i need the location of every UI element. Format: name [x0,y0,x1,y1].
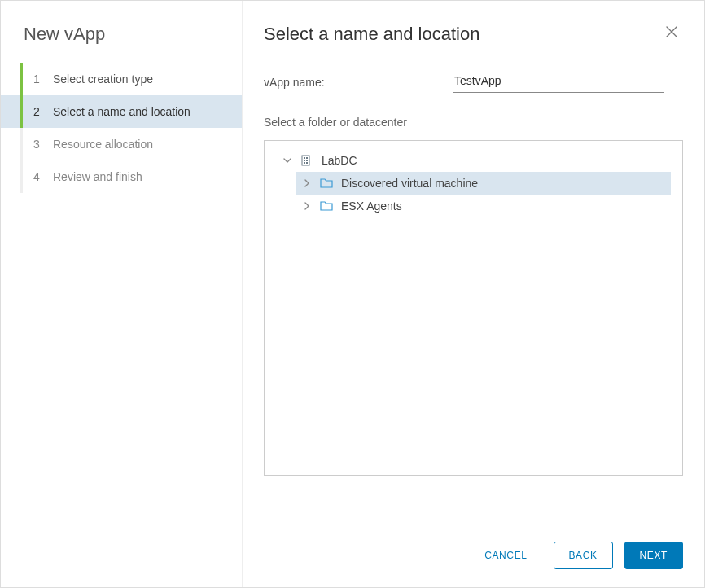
svg-rect-5 [304,162,305,164]
step-label: Review and finish [53,170,142,183]
folder-section-label: Select a folder or datacenter [264,116,683,129]
svg-rect-6 [306,162,308,164]
new-vapp-dialog: New vApp 1 Select creation type 2 Select… [0,0,705,588]
vapp-name-label: vApp name: [264,76,453,89]
wizard-title: New vApp [1,24,242,63]
svg-rect-1 [304,157,305,159]
step-number: 1 [33,72,45,86]
vapp-name-row: vApp name: [264,71,683,93]
wizard-steps: 1 Select creation type 2 Select a name a… [1,63,242,193]
step-resource-allocation[interactable]: 3 Resource allocation [1,128,242,160]
step-label: Select creation type [53,72,153,86]
close-icon[interactable] [660,24,683,42]
wizard-sidebar: New vApp 1 Select creation type 2 Select… [1,1,243,587]
folder-tree: LabDC Discovered virtual machine ESX A [264,140,683,476]
wizard-main-panel: Select a name and location vApp name: Se… [243,1,704,587]
chevron-down-icon[interactable] [282,156,292,165]
datacenter-icon [300,154,313,167]
svg-rect-2 [306,157,308,159]
tree-node-folder[interactable]: Discovered virtual machine [296,172,671,195]
step-select-name-location[interactable]: 2 Select a name and location [1,95,242,128]
chevron-right-icon[interactable] [302,202,312,210]
step-number: 4 [33,170,45,183]
wizard-footer: CANCEL BACK NEXT [264,527,683,569]
tree-node-label: LabDC [322,154,357,167]
back-button[interactable]: BACK [554,542,613,569]
svg-rect-3 [304,160,305,161]
folder-icon [320,200,333,213]
chevron-right-icon[interactable] [302,179,312,187]
tree-node-folder[interactable]: ESX Agents [296,195,671,217]
svg-rect-4 [306,160,308,161]
main-header: Select a name and location [264,24,683,45]
tree-node-datacenter[interactable]: LabDC [276,149,671,172]
tree-node-label: ESX Agents [341,200,402,213]
svg-rect-0 [302,156,309,165]
tree-node-label: Discovered virtual machine [341,177,478,190]
step-label: Resource allocation [53,138,153,151]
step-review-finish[interactable]: 4 Review and finish [1,160,242,193]
page-title: Select a name and location [264,24,479,45]
vapp-name-input[interactable] [453,71,664,93]
step-select-creation-type[interactable]: 1 Select creation type [1,63,242,95]
folder-icon [320,177,333,190]
step-label: Select a name and location [53,105,190,118]
step-number: 3 [33,138,45,151]
step-number: 2 [33,105,45,118]
cancel-button[interactable]: CANCEL [470,542,541,569]
next-button[interactable]: NEXT [624,542,683,569]
